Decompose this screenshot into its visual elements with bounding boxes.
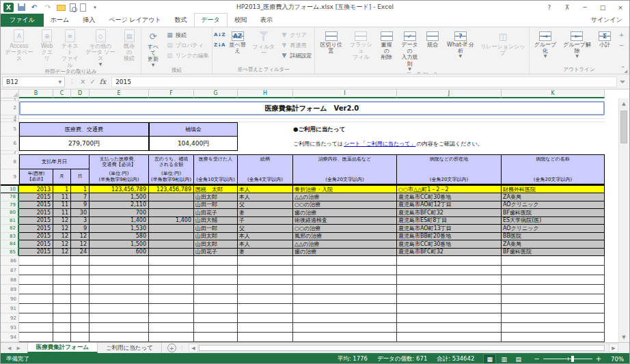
cell[interactable] xyxy=(238,333,293,342)
what-if-analysis-button[interactable]: ?What-If 分析▼ xyxy=(443,28,477,71)
cell[interactable]: 山田太郎 xyxy=(194,193,238,201)
cell[interactable]: BF歯科医院 xyxy=(502,249,605,257)
cell[interactable]: 鹿児島市BB町20番地 xyxy=(397,233,502,241)
cell[interactable] xyxy=(194,313,238,323)
zoom-level[interactable]: 70% xyxy=(611,356,624,363)
column-header-E[interactable]: E xyxy=(90,89,149,98)
cell[interactable]: 山田大輔 xyxy=(194,217,238,225)
cell[interactable]: 子 xyxy=(238,217,293,225)
cell[interactable] xyxy=(19,256,53,266)
cell[interactable] xyxy=(149,209,194,217)
row-header[interactable]: 90 xyxy=(1,294,19,304)
cell[interactable]: 600 xyxy=(90,249,149,257)
ribbon-tab-挿入[interactable]: 挿入 xyxy=(76,14,102,27)
row-header[interactable]: 93 xyxy=(1,323,19,333)
scroll-up-icon[interactable]: ▲ xyxy=(619,98,629,109)
cell[interactable] xyxy=(149,275,194,285)
tab-scroll-splitter[interactable]: ⋮ xyxy=(176,343,187,353)
cell[interactable]: 1 xyxy=(53,186,71,193)
cell[interactable] xyxy=(19,285,53,294)
cell[interactable]: 骨折治療・入院 xyxy=(293,186,397,193)
cell[interactable] xyxy=(71,294,90,304)
group-button[interactable]: →グループ化▼ xyxy=(531,28,560,66)
row-header[interactable]: 82 xyxy=(1,225,19,233)
cell[interactable]: 2015 xyxy=(19,201,53,210)
cell[interactable] xyxy=(149,240,194,249)
status-count[interactable]: データの個数: 671 xyxy=(377,355,427,363)
cell[interactable] xyxy=(293,323,397,333)
cell[interactable] xyxy=(53,256,71,266)
cell[interactable]: 12 xyxy=(71,240,90,249)
cell[interactable] xyxy=(149,249,194,257)
cell[interactable]: 11 xyxy=(53,193,71,201)
cell[interactable] xyxy=(397,333,502,342)
connections-button[interactable]: ▦接続 xyxy=(164,30,210,40)
filter-button[interactable]: フィルター xyxy=(249,28,277,66)
cell[interactable] xyxy=(238,266,293,275)
cell[interactable]: AOクリニック xyxy=(502,201,605,210)
cell[interactable] xyxy=(149,333,194,342)
consolidate-button[interactable]: 統合 xyxy=(422,28,443,71)
sheet-tab-ご利用に当たって[interactable]: ご利用に当たって xyxy=(98,343,162,353)
header-year[interactable]: 年(西暦) 【必須】 xyxy=(19,169,53,184)
cell[interactable]: 12 xyxy=(53,240,71,249)
row-header[interactable]: 92 xyxy=(1,313,19,323)
cell[interactable]: 12 xyxy=(71,233,90,241)
row-header[interactable]: 91 xyxy=(1,304,19,313)
cell[interactable]: 1,500 xyxy=(90,240,149,249)
row-header[interactable]: 79 xyxy=(1,201,19,210)
help-icon[interactable]: ? xyxy=(540,1,558,14)
cell[interactable] xyxy=(293,313,397,323)
cell[interactable]: ○○の治療 xyxy=(293,225,397,233)
cell[interactable] xyxy=(502,275,605,285)
zoom-out-icon[interactable]: − xyxy=(534,356,539,363)
cell[interactable] xyxy=(293,285,397,294)
flash-fill-button[interactable]: フラッシュ フィル xyxy=(346,28,376,71)
ribbon-tab-表示[interactable]: 表示 xyxy=(254,14,279,27)
cell[interactable]: 24 xyxy=(71,249,90,257)
cell[interactable] xyxy=(293,275,397,285)
reapply-button[interactable]: ▼再適用 xyxy=(278,40,313,50)
cell[interactable] xyxy=(293,304,397,313)
cell[interactable]: 9 xyxy=(71,225,90,233)
cell[interactable]: 2015 xyxy=(19,225,53,233)
cell[interactable] xyxy=(19,294,53,304)
column-header-B[interactable]: B xyxy=(19,89,53,98)
cell[interactable]: 鹿児島市BFC町32 xyxy=(397,249,502,257)
existing-connections-button[interactable]: ▤既存の 接続 xyxy=(119,28,139,68)
cell[interactable] xyxy=(90,275,149,285)
column-header-F[interactable]: F xyxy=(149,89,194,98)
cell[interactable] xyxy=(194,285,238,294)
cell[interactable] xyxy=(397,256,502,266)
horizontal-scrollbar-track[interactable] xyxy=(198,344,609,352)
cell[interactable] xyxy=(194,294,238,304)
cell[interactable] xyxy=(194,266,238,275)
ribbon-tab-校閲[interactable]: 校閲 xyxy=(228,14,254,27)
row-header[interactable]: 87 xyxy=(1,266,19,275)
zoom-slider-thumb[interactable] xyxy=(571,356,574,362)
cell[interactable]: 父 xyxy=(238,225,293,233)
cell[interactable]: 2015 xyxy=(19,249,53,257)
cell[interactable]: 本人 xyxy=(238,186,293,193)
cell[interactable] xyxy=(53,285,71,294)
name-box[interactable]: B12 ▼ xyxy=(2,76,65,87)
cell[interactable] xyxy=(90,285,149,294)
ribbon-options-icon[interactable]: ⊼ xyxy=(558,1,576,14)
text-file-button[interactable]: ≡テキスト ファイル xyxy=(58,28,82,68)
cell[interactable]: △△の治療 xyxy=(293,240,397,249)
cell[interactable]: ○○市△△町1－2－2 xyxy=(397,186,502,193)
cell[interactable]: 12 xyxy=(53,233,71,241)
row-header[interactable]: 94 xyxy=(1,333,19,342)
cell[interactable] xyxy=(53,304,71,313)
row-header[interactable]: 9 xyxy=(1,169,19,184)
cell[interactable] xyxy=(53,275,71,285)
cell[interactable]: 2015 xyxy=(19,233,53,241)
cell[interactable]: 2013 xyxy=(19,186,53,193)
cell[interactable] xyxy=(149,323,194,333)
row-header[interactable]: 83 xyxy=(1,233,19,241)
cell[interactable]: 国税 太郎 xyxy=(194,186,238,193)
cell[interactable]: 山田太郎 xyxy=(194,240,238,249)
cell[interactable] xyxy=(90,294,149,304)
cell[interactable] xyxy=(149,304,194,313)
cell[interactable] xyxy=(293,266,397,275)
